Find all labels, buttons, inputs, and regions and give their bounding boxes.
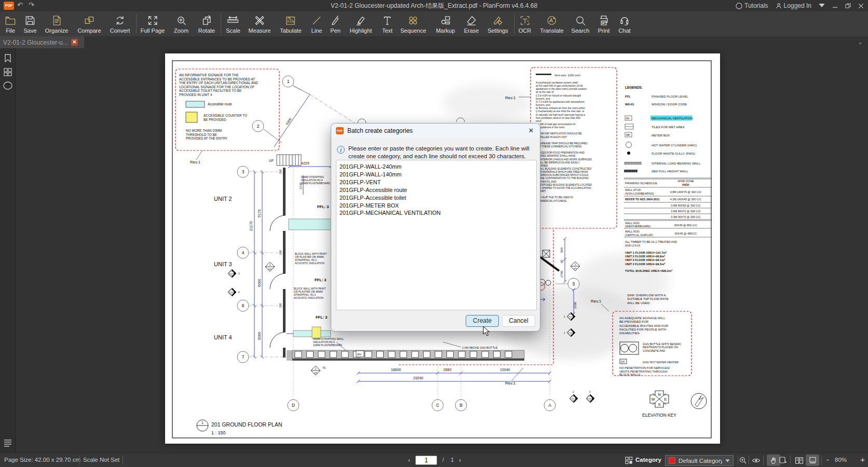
- categories-textarea[interactable]: 201GFLP-WALL-240mm 201GFLP-WALL-140mm 20…: [336, 160, 537, 310]
- toolbar-search-button[interactable]: Search: [572, 12, 590, 36]
- toolbar-chat-button[interactable]: Chat: [618, 12, 630, 36]
- cancel-button[interactable]: Cancel: [502, 315, 535, 327]
- svg-text:UNIT 1 FLOOR AREA=101.7m²UNIT: UNIT 1 FLOOR AREA=101.7m²UNIT 2 FLOOR AR…: [625, 251, 667, 266]
- zoom-in-button[interactable]: +: [860, 455, 865, 464]
- batch-create-dialog: PDF Batch create categories ✕ i Please e…: [331, 123, 540, 332]
- svg-text:AN INFORMATIVE SIGNAGE FOR THE: AN INFORMATIVE SIGNAGE FOR THEACCESSIBLE…: [179, 73, 259, 97]
- tutorials-button[interactable]: ?Tutorials: [736, 2, 768, 9]
- svg-text:(VERTICAL SHIPLAP): (VERTICAL SHIPLAP): [625, 233, 653, 237]
- svg-text:201 GROUND FLOOR PLAN: 201 GROUND FLOOR PLAN: [211, 421, 282, 428]
- toolbar-separator: [136, 14, 137, 34]
- svg-text:3.9M 90X90 @ 300 C/C: 3.9M 90X90 @ 300 C/C: [671, 204, 700, 207]
- toolbar-scale-button[interactable]: Scale: [226, 12, 240, 36]
- toolbar-rotate-button[interactable]: Rotate: [198, 12, 215, 36]
- svg-text:MV: MV: [626, 117, 630, 120]
- svg-text:240: 240: [279, 250, 282, 255]
- maximize-button[interactable]: [845, 3, 851, 9]
- toolbar-ocr-button[interactable]: OCR: [519, 12, 531, 36]
- svg-text:508: 508: [230, 292, 233, 294]
- svg-text:BLOCK WALL WITH PAINTOR PLASTE: BLOCK WALL WITH PAINTOR PLASTER OB 45MMS…: [294, 287, 326, 299]
- single-page-button[interactable]: [806, 455, 819, 466]
- next-page-button[interactable]: ›: [459, 456, 461, 464]
- svg-text:70: 70: [322, 366, 326, 369]
- svg-text:Rev.1: Rev.1: [505, 95, 516, 100]
- svg-text:90MM STRAPPINGINSULATION R2.41: 90MM STRAPPINGINSULATION R2.410MM PLASTE…: [301, 175, 330, 185]
- tab-close-button[interactable]: ✕: [71, 39, 78, 46]
- vent-note-box: Vent size: 1200 mm² A mechanical ventila…: [531, 67, 617, 228]
- toolbar-convert-button[interactable]: Convert: [110, 12, 130, 36]
- svg-text:1.0M ABOVE GAS BOTTLE: 1.0M ABOVE GAS BOTTLE: [462, 346, 498, 349]
- svg-text:5: 5: [573, 281, 575, 286]
- titlebar-dropdown-icon[interactable]: [819, 4, 825, 8]
- svg-text:UNIT 3: UNIT 3: [214, 261, 232, 267]
- dialog-titlebar[interactable]: PDF Batch create categories: [331, 123, 540, 138]
- svg-text:SINK OVERFLOW WITH ASUITABLE T: SINK OVERFLOW WITH ASUITABLE TAP FLOW RA…: [627, 293, 669, 305]
- compare-icon: [84, 15, 96, 26]
- svg-text:3: 3: [589, 391, 591, 393]
- help-icon: ?: [736, 3, 742, 9]
- toolbar-tabulate-button[interactable]: Tabulate: [280, 12, 302, 36]
- pen-icon: [330, 15, 342, 26]
- tab-list-chevron-icon[interactable]: ⌄: [858, 38, 863, 46]
- svg-text:ELEVATION KEY: ELEVATION KEY: [642, 413, 676, 418]
- dialog-title: Batch create categories: [347, 127, 413, 134]
- toolbar-markup-button[interactable]: Markup: [436, 12, 455, 36]
- logged-in-button[interactable]: Logged In: [776, 2, 811, 9]
- dialog-close-button[interactable]: ✕: [527, 127, 535, 135]
- help-panel-icon[interactable]: ?: [3, 80, 13, 91]
- toolbar-print-button[interactable]: Print: [598, 12, 610, 36]
- line-icon: [311, 15, 323, 26]
- info-icon: i: [337, 146, 345, 154]
- toolbar-settings-button[interactable]: Settings: [487, 12, 508, 36]
- category-label: Category: [635, 457, 661, 463]
- zoom-region-button[interactable]: [736, 455, 750, 466]
- svg-text:Accessible route: Accessible route: [208, 102, 232, 106]
- toolbar-translate-button[interactable]: Translate: [540, 12, 563, 36]
- toolbar-zoom-button[interactable]: Zoom: [174, 12, 188, 36]
- category-dropdown[interactable]: Default Category: [665, 455, 734, 466]
- close-button[interactable]: [858, 3, 864, 9]
- legends-panel: LEGENDS: FFL FINIHSED FLOOR LEVEL W0-01 …: [624, 86, 701, 173]
- svg-text:ALL TIMBER TO BE H1.2 TREATED: ALL TIMBER TO BE H1.2 TREATED ANDSG8 (J.…: [625, 240, 677, 247]
- dialog-pdf-icon: PDF: [336, 127, 344, 134]
- svg-text:WIND ZONE: WIND ZONE: [678, 180, 694, 183]
- view-visibility-button[interactable]: [749, 455, 763, 466]
- svg-text:REFER TO NZS 3604:2011: REFER TO NZS 3604:2011: [625, 198, 659, 201]
- toolbar-erase-button[interactable]: Erase: [464, 12, 479, 36]
- toolbar-highlight-button[interactable]: Highlight: [350, 12, 372, 36]
- list-panel-icon[interactable]: [3, 437, 13, 448]
- create-button[interactable]: Create: [466, 315, 499, 327]
- minimize-button[interactable]: [832, 3, 838, 9]
- toolbar-line-button[interactable]: Line: [311, 12, 323, 36]
- svg-text:4229: 4229: [301, 161, 309, 165]
- toolbar-separator: [221, 14, 221, 34]
- bookmark-icon[interactable]: [3, 53, 13, 63]
- markup-icon: [440, 15, 452, 26]
- toolbar-save-button[interactable]: Save: [23, 12, 36, 36]
- svg-text:2: 2: [573, 391, 574, 393]
- toolbar-file-button[interactable]: File: [5, 12, 17, 36]
- toolbar-full-page-button[interactable]: Full Page: [141, 12, 165, 36]
- toolbar-measure-button[interactable]: Measure: [249, 12, 271, 36]
- toolbar-compare-button[interactable]: Compare: [77, 12, 101, 36]
- toolbar-pen-button[interactable]: Pen: [330, 12, 342, 36]
- toolbar-sequence-button[interactable]: Sequence: [400, 12, 426, 36]
- document-tab[interactable]: V2-01-2 Gloucester-u... ✕: [0, 36, 84, 48]
- zoom-out-button[interactable]: -: [826, 455, 829, 464]
- svg-text:MECHANICAL VENTILATION: MECHANICAL VENTILATION: [652, 117, 693, 120]
- svg-text:HOT WATER CYLINDER (HWC): HOT WATER CYLINDER (HWC): [652, 144, 697, 147]
- svg-text:302: 302: [230, 273, 233, 275]
- svg-text:NO PENETRATION FOR SERVICES/VE: NO PENETRATION FOR SERVICES/VENTS PENETR…: [619, 366, 670, 376]
- page-number-input[interactable]: [415, 456, 437, 465]
- zoom-icon: [175, 15, 187, 26]
- facing-pages-button[interactable]: [792, 455, 806, 466]
- toolbar-organize-button[interactable]: Organize: [45, 12, 69, 36]
- add-page-button[interactable]: [776, 455, 790, 466]
- prev-page-button[interactable]: ‹: [408, 456, 410, 464]
- svg-text:401: 401: [268, 268, 272, 270]
- svg-text:UNIT 4: UNIT 4: [214, 334, 232, 340]
- svg-text:3: 3: [242, 169, 245, 174]
- toolbar-text-button[interactable]: Text: [382, 12, 394, 36]
- thumbnails-icon[interactable]: [3, 67, 13, 77]
- tab-bar: V2-01-2 Gloucester-u... ✕ ⌄: [0, 36, 868, 48]
